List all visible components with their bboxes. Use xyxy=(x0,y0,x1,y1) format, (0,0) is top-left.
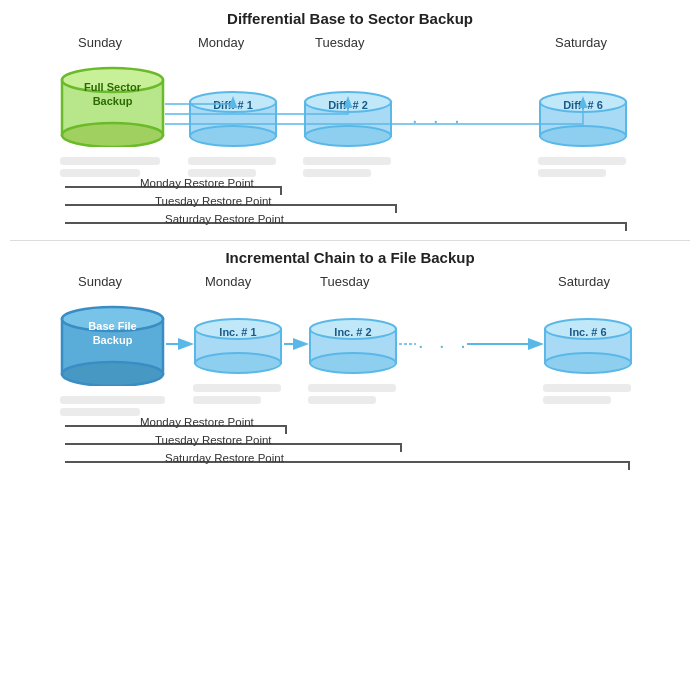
inc2-label: Inc. # 2 xyxy=(308,326,398,338)
tuesday-restore-label-top: Tuesday Restore Point xyxy=(155,195,272,207)
svg-point-1 xyxy=(62,123,163,147)
bottom-restore-points: Monday Restore Point Tuesday Restore Poi… xyxy=(65,416,680,470)
svg-rect-38 xyxy=(60,396,165,404)
base-file-cylinder: Base FileBackup xyxy=(60,301,165,386)
page: Differential Base to Sector Backup Sunda… xyxy=(0,0,700,700)
inc1-cylinder: Inc. # 1 xyxy=(193,316,283,376)
top-day-monday: Monday xyxy=(198,35,244,50)
tuesday-restore-label-bottom: Tuesday Restore Point xyxy=(155,434,272,446)
saturday-restore-tick-bottom xyxy=(628,461,630,470)
top-dots: · · · xyxy=(412,109,465,132)
svg-point-22 xyxy=(62,362,163,386)
full-sector-cylinder: Full SectorBackup xyxy=(60,62,165,147)
diff1-label: Diff. # 1 xyxy=(188,99,278,111)
diff6-cylinder: Diff. # 6 xyxy=(538,89,628,149)
svg-point-28 xyxy=(310,353,396,373)
monday-restore-label-bottom: Monday Restore Point xyxy=(140,416,254,428)
full-sector-label: Full SectorBackup xyxy=(60,80,165,109)
saturday-restore-top: Saturday Restore Point xyxy=(65,213,680,231)
tuesday-restore-tick-bottom xyxy=(400,443,402,452)
svg-point-7 xyxy=(305,126,391,146)
top-day-sunday: Sunday xyxy=(78,35,122,50)
svg-rect-19 xyxy=(538,157,626,165)
top-restore-points: Monday Restore Point Tuesday Restore Poi… xyxy=(65,177,680,231)
diff1-cylinder: Diff. # 1 xyxy=(188,89,278,149)
svg-rect-44 xyxy=(543,384,631,392)
bottom-diagram: Base FileBackup Inc. # 1 Inc. # 2 xyxy=(10,296,690,481)
inc6-cylinder: Inc. # 6 xyxy=(543,316,633,376)
tuesday-restore-top: Tuesday Restore Point xyxy=(65,195,680,213)
svg-rect-15 xyxy=(188,157,276,165)
top-day-labels: Sunday Monday Tuesday Saturday xyxy=(10,35,690,57)
top-title: Differential Base to Sector Backup xyxy=(10,10,690,27)
diff2-label: Diff. # 2 xyxy=(303,99,393,111)
diff2-cylinder: Diff. # 2 xyxy=(303,89,393,149)
bottom-day-labels: Sunday Monday Tuesday Saturday xyxy=(10,274,690,296)
svg-rect-14 xyxy=(60,169,140,177)
svg-rect-45 xyxy=(543,396,611,404)
svg-rect-13 xyxy=(60,157,160,165)
saturday-restore-bottom: Saturday Restore Point xyxy=(65,452,680,470)
bottom-day-monday: Monday xyxy=(205,274,251,289)
bottom-day-saturday: Saturday xyxy=(558,274,610,289)
bottom-day-tuesday: Tuesday xyxy=(320,274,369,289)
monday-restore-label-top: Monday Restore Point xyxy=(140,177,254,189)
bottom-dots: · · · xyxy=(418,334,471,357)
svg-rect-20 xyxy=(538,169,606,177)
section-separator xyxy=(10,240,690,241)
svg-rect-39 xyxy=(60,408,140,416)
diff6-label: Diff. # 6 xyxy=(538,99,628,111)
saturday-restore-label-bottom: Saturday Restore Point xyxy=(165,452,284,464)
svg-rect-43 xyxy=(308,396,376,404)
inc6-label: Inc. # 6 xyxy=(543,326,633,338)
base-file-label: Base FileBackup xyxy=(60,319,165,348)
monday-restore-top: Monday Restore Point xyxy=(65,177,680,195)
saturday-restore-label-top: Saturday Restore Point xyxy=(165,213,284,225)
svg-rect-40 xyxy=(193,384,281,392)
tuesday-restore-bottom: Tuesday Restore Point xyxy=(65,434,680,452)
inc2-cylinder: Inc. # 2 xyxy=(308,316,398,376)
monday-restore-tick-top xyxy=(280,186,282,195)
svg-rect-41 xyxy=(193,396,261,404)
top-section: Differential Base to Sector Backup Sunda… xyxy=(10,10,690,232)
monday-restore-tick-bottom xyxy=(285,425,287,434)
monday-restore-bottom: Monday Restore Point xyxy=(65,416,680,434)
svg-point-10 xyxy=(540,126,626,146)
top-day-tuesday: Tuesday xyxy=(315,35,364,50)
saturday-restore-line-bottom xyxy=(65,461,628,463)
tuesday-restore-tick-top xyxy=(395,204,397,213)
bottom-day-sunday: Sunday xyxy=(78,274,122,289)
svg-point-4 xyxy=(190,126,276,146)
svg-rect-16 xyxy=(188,169,256,177)
svg-point-31 xyxy=(545,353,631,373)
top-day-saturday: Saturday xyxy=(555,35,607,50)
svg-rect-18 xyxy=(303,169,371,177)
bottom-section: Incremental Chain to a File Backup Sunda… xyxy=(10,249,690,481)
top-diagram: Full SectorBackup Diff. # 1 Diff. # 2 xyxy=(10,57,690,232)
svg-rect-17 xyxy=(303,157,391,165)
inc1-label: Inc. # 1 xyxy=(193,326,283,338)
svg-rect-42 xyxy=(308,384,396,392)
saturday-restore-tick-top xyxy=(625,222,627,231)
bottom-title: Incremental Chain to a File Backup xyxy=(10,249,690,266)
saturday-restore-line-top xyxy=(65,222,625,224)
svg-point-25 xyxy=(195,353,281,373)
